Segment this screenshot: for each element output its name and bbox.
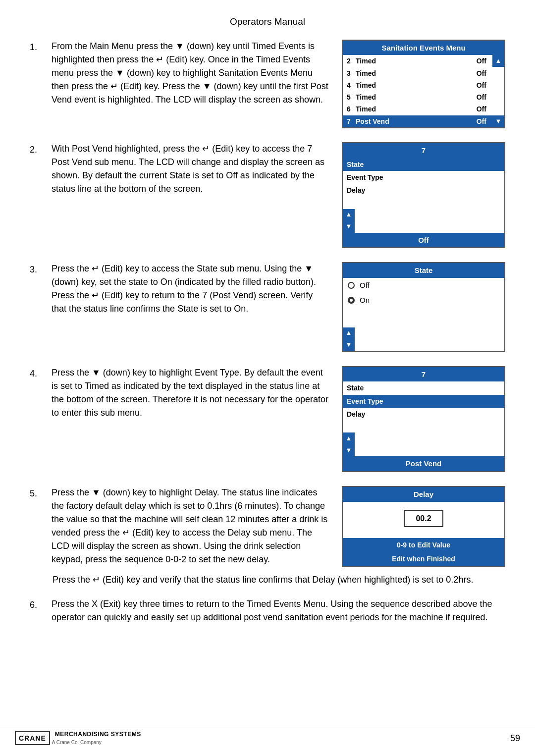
lcd-panel-4-delay-row: Delay	[343, 408, 504, 421]
lcd-row-4: 4 Timed Off	[343, 79, 492, 91]
list-num-5: 5.	[30, 486, 44, 566]
lcd-panel-3-on-row: On	[343, 293, 504, 308]
lcd-panel-3: State Off On ▲ ▼	[342, 262, 505, 352]
lcd-panel-5-status-2: Edit when Finished	[343, 552, 504, 566]
page-footer: CRANE MERCHANDISING SYSTEMS A Crane Co. …	[0, 727, 535, 746]
lcd-panel-4-eventtype-row: Event Type	[343, 395, 504, 408]
scroll-up-btn-2[interactable]: ▲	[343, 209, 355, 221]
lcd-panel-5: Delay 00.2 0-9 to Edit Value Edit when F…	[342, 486, 505, 567]
lcd-panel-3-arrows: ▲ ▼	[343, 327, 355, 351]
lcd-panel-2-state-row: State	[343, 158, 504, 171]
lcd-panel-4-state-row: State	[343, 381, 504, 394]
footer-merch-label: MERCHANDISING SYSTEMS	[55, 730, 141, 739]
section-2-text: With Post Vend highlighted, press the ↵ …	[52, 142, 330, 196]
scroll-up-btn[interactable]: ▲	[492, 55, 504, 67]
section-5: 5. Press the ▼ (down) key to highlight D…	[30, 486, 505, 567]
radio-on-label: On	[360, 295, 370, 306]
lcd-panel-4-status: Post Vend	[343, 456, 504, 471]
lcd-panel-2-eventtype-row: Event Type	[343, 171, 504, 184]
lcd-panel-1-header: Sanitation Events Menu	[343, 41, 504, 55]
page-number: 59	[510, 732, 520, 745]
section-2: 2. With Post Vend highlighted, press the…	[30, 142, 505, 248]
section-1-text: From the Main Menu press the ▼ (down) ke…	[52, 40, 330, 107]
lcd-panel-4-header: 7	[343, 367, 504, 382]
lcd-panel-2-status: Off	[343, 233, 504, 248]
lcd-row-3: 3 Timed Off	[343, 67, 492, 79]
radio-on	[348, 297, 355, 304]
lcd-panel-1-arrows: ▲ ▼	[492, 55, 504, 127]
lcd-row-5: 5 Timed Off	[343, 91, 492, 103]
scroll-down-btn[interactable]: ▼	[492, 115, 504, 127]
section-3: 3. Press the ↵ (Edit) key to access the …	[30, 262, 505, 352]
lcd-panel-1: Sanitation Events Menu 2 Timed Off 3 Tim…	[342, 40, 505, 129]
lcd-row-2: 2 Timed Off	[343, 55, 492, 67]
section-5-text-after: Press the ↵ (Edit) key and verify that t…	[53, 575, 473, 585]
lcd-row-6: 6 Timed Off	[343, 103, 492, 115]
lcd-panel-5-status-1: 0-9 to Edit Value	[343, 538, 504, 552]
lcd-panel-2-delay-row: Delay	[343, 184, 504, 197]
section-4: 4. Press the ▼ (down) key to highlight E…	[30, 366, 505, 472]
section-5-text-before: Press the ▼ (down) key to highlight Dela…	[52, 487, 327, 564]
scroll-down-btn-2[interactable]: ▼	[343, 221, 355, 233]
list-num-2: 2.	[30, 142, 44, 196]
page-title: Operators Manual	[30, 15, 505, 29]
scroll-up-btn-4[interactable]: ▲	[343, 432, 355, 444]
section-6: 6. Press the X (Exit) key three times to…	[30, 597, 505, 624]
lcd-panel-3-header: State	[343, 263, 504, 278]
scroll-down-btn-3[interactable]: ▼	[343, 339, 355, 351]
lcd-panel-5-header: Delay	[343, 487, 504, 502]
lcd-panel-2: 7 State Event Type Delay ▲ ▼ Off	[342, 142, 505, 248]
section-3-text: Press the ↵ (Edit) key to access the Sta…	[52, 262, 330, 316]
scroll-down-btn-4[interactable]: ▼	[343, 444, 355, 456]
section-1: 1. From the Main Menu press the ▼ (down)…	[30, 40, 505, 129]
section-6-text: Press the X (Exit) key three times to re…	[52, 597, 505, 624]
lcd-panel-4-arrows: ▲ ▼	[343, 432, 355, 456]
section-5-continuation: Press the ↵ (Edit) key and verify that t…	[53, 573, 505, 587]
footer-logo: CRANE MERCHANDISING SYSTEMS A Crane Co. …	[15, 730, 141, 746]
lcd-panel-3-off-row: Off	[343, 278, 504, 293]
radio-off	[348, 282, 355, 289]
radio-off-label: Off	[360, 280, 370, 291]
list-num-3: 3.	[30, 262, 44, 316]
scroll-up-btn-3[interactable]: ▲	[343, 327, 355, 339]
list-num-1: 1.	[30, 40, 44, 107]
lcd-panel-2-arrows: ▲ ▼	[343, 209, 355, 233]
list-num-6: 6.	[30, 597, 44, 624]
lcd-row-7: 7 Post Vend Off	[343, 115, 492, 127]
lcd-panel-2-header: 7	[343, 143, 504, 158]
section-4-text: Press the ▼ (down) key to highlight Even…	[52, 366, 330, 420]
footer-sub-label: A Crane Co. Company	[52, 739, 141, 747]
delay-input[interactable]: 00.2	[404, 510, 443, 527]
crane-logo-box: CRANE	[15, 731, 50, 745]
lcd-panel-4: 7 State Event Type Delay ▲ ▼ Post Vend	[342, 366, 505, 472]
list-num-4: 4.	[30, 366, 44, 420]
